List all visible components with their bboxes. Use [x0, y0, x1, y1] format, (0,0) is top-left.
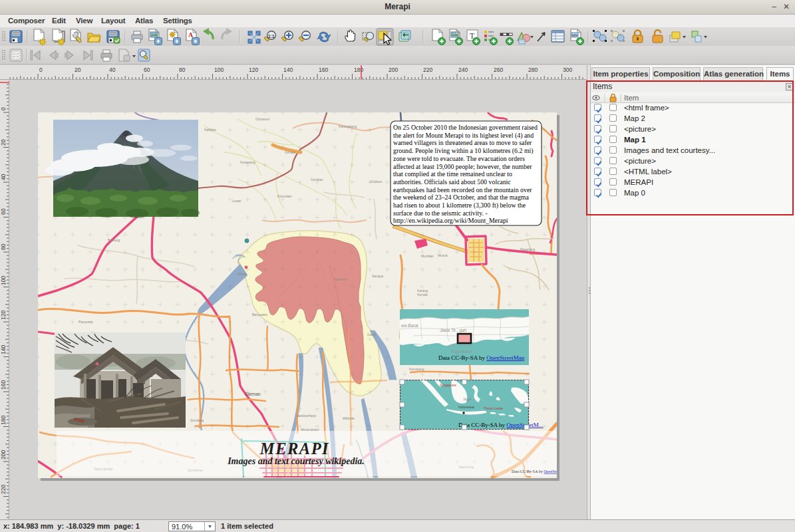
- svg-text:Indonesia: Indonesia: [458, 405, 475, 409]
- svg-text:100: 100: [214, 66, 224, 73]
- svg-text:authorities. Officials said ab: authorities. Officials said about 500 vo…: [393, 178, 512, 186]
- svg-text:60: 60: [144, 66, 150, 73]
- svg-text:Genikan: Genikan: [311, 178, 323, 182]
- svg-text:surface due to the seismic act: surface due to the seismic activity. -: [393, 209, 488, 217]
- svg-text:Timor-Leste: Timor-Leste: [484, 406, 503, 410]
- svg-text:280: 280: [528, 66, 538, 73]
- svg-text:140: 140: [0, 345, 7, 354]
- svg-text:300: 300: [563, 66, 572, 73]
- svg-text:Ketundan: Ketundan: [277, 194, 292, 198]
- svg-text:ground. People living within a: ground. People living within a 10 kilome…: [393, 147, 534, 155]
- svg-text:Data CC-By-SA by OpenStreetMap: Data CC-By-SA by OpenStreetMap: [512, 469, 557, 473]
- svg-text:earthquakes had been recorded: earthquakes had been recorded on the mou…: [393, 186, 532, 194]
- svg-text:Data CC-By-SA by OpenStreetMap: Data CC-By-SA by OpenStreetMap: [438, 354, 525, 361]
- svg-text:Kaliniren: Kaliniren: [334, 277, 347, 281]
- svg-text:Citrosono: Citrosono: [255, 117, 270, 121]
- svg-text:warned villagers in threatened: warned villagers in threatened areas to …: [393, 139, 532, 146]
- svg-text:240: 240: [458, 66, 468, 73]
- svg-text:Kemalang: Kemalang: [409, 367, 424, 371]
- svg-text:Watas: Watas: [238, 272, 247, 276]
- svg-text:Sangup: Sangup: [372, 274, 383, 278]
- svg-text:20: 20: [75, 66, 81, 73]
- svg-text:Grinejo: Grinejo: [285, 150, 295, 154]
- svg-text:</>: </>: [572, 33, 578, 37]
- svg-text:Singapore: Singapore: [440, 383, 456, 387]
- svg-text:Images and text courtesy wikip: Images and text courtesy wikipedia.: [227, 456, 365, 466]
- svg-text:Muntilan: Muntilan: [421, 254, 434, 258]
- svg-text:160: 160: [0, 380, 7, 390]
- svg-text:had risen to about 1 kilometre: had risen to about 1 kilometre (3,300 ft…: [393, 201, 526, 209]
- svg-text:160: 160: [319, 66, 328, 73]
- svg-text:220: 220: [0, 485, 7, 494]
- svg-text:20: 20: [0, 139, 7, 146]
- svg-text:200: 200: [389, 66, 398, 73]
- svg-text:Jawa Te...gah: Jawa Te...gah: [439, 328, 467, 333]
- svg-text:the weekend of 23–24 October,: the weekend of 23–24 October, and that t…: [393, 194, 530, 201]
- svg-text:wa Barat: wa Barat: [401, 323, 419, 328]
- svg-text:100: 100: [0, 276, 7, 285]
- svg-text:Banyuasin: Banyuasin: [252, 313, 268, 317]
- svg-text:40: 40: [0, 174, 7, 180]
- svg-text:180: 180: [0, 416, 7, 425]
- svg-text:Musuk: Musuk: [438, 253, 448, 257]
- svg-text:Data CC-By-SA by OpenStreetM..: Data CC-By-SA by OpenStreetM...: [458, 422, 544, 428]
- svg-text:Jogja: Jogja: [463, 397, 471, 401]
- svg-text:the alert for Mount Merapi to: the alert for Mount Merapi to its highes…: [393, 132, 534, 140]
- svg-text:that complied at the time rema: that complied at the time remained uncle…: [393, 170, 512, 178]
- svg-text:Ciridsun: Ciridsun: [370, 180, 383, 184]
- svg-text:Kendal: Kendal: [417, 293, 428, 297]
- svg-text:Losari: Losari: [232, 199, 241, 203]
- svg-text:0: 0: [39, 66, 43, 73]
- svg-text:Gatak: Gatak: [367, 332, 377, 336]
- svg-text:affected at least 19,000 peopl: affected at least 19,000 people; however…: [393, 163, 532, 170]
- svg-text:200: 200: [0, 450, 7, 460]
- svg-text:zone were told to evacuate. Th: zone were told to evacuate. The evacuati…: [393, 155, 525, 162]
- svg-text:80: 80: [0, 243, 7, 250]
- svg-text:180: 180: [354, 66, 363, 73]
- svg-text:220: 220: [423, 66, 432, 73]
- svg-text:Yogyakarta: Yogyakarta: [450, 349, 472, 354]
- svg-text:40: 40: [109, 66, 116, 73]
- svg-text:MERAPI: MERAPI: [259, 440, 329, 458]
- svg-text:Bawang: Bawang: [108, 238, 120, 242]
- svg-text:140: 140: [283, 66, 293, 73]
- svg-text:120: 120: [0, 311, 7, 320]
- svg-text:1:1: 1:1: [268, 34, 275, 39]
- svg-text:Karangkang: Karangkang: [339, 124, 357, 128]
- svg-text:120: 120: [249, 66, 258, 73]
- svg-text:80: 80: [179, 66, 186, 73]
- svg-text:Sendang: Sendang: [190, 418, 204, 422]
- svg-text:Daer....newa: Daer....newa: [449, 344, 472, 348]
- svg-text:Wiklode: Wiklode: [343, 416, 355, 420]
- svg-text:Magelang: Magelang: [520, 247, 535, 251]
- svg-text:http://en.wikipedia.org/wiki/M: http://en.wikipedia.org/wiki/Mount_Merap…: [393, 217, 508, 224]
- svg-text:0: 0: [0, 107, 7, 110]
- svg-text:60: 60: [0, 208, 7, 215]
- svg-text:Sardonoharjo: Sardonoharjo: [296, 414, 316, 418]
- svg-text:260: 260: [494, 66, 503, 73]
- svg-text:On 25 October 2010 the Indones: On 25 October 2010 the Indonesian govern…: [393, 124, 538, 131]
